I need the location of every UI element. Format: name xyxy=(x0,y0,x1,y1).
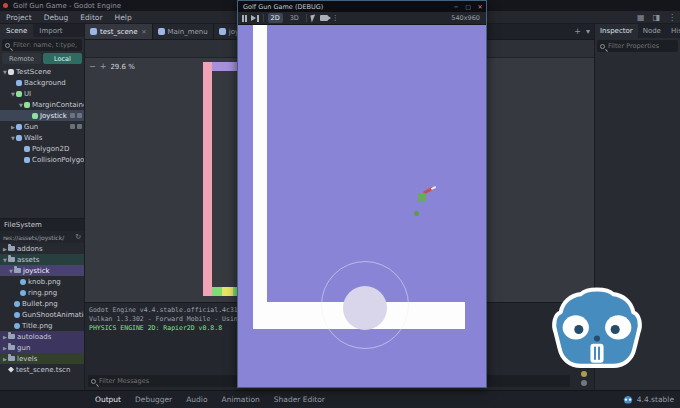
tab-import[interactable]: Import xyxy=(33,24,68,37)
more-options-icon[interactable]: ⋮ xyxy=(664,13,680,22)
rescan-filesystem-icon[interactable]: ↻ xyxy=(75,233,81,241)
record-indicator-icon xyxy=(3,3,8,8)
layout-grid-icon[interactable]: ▦ xyxy=(633,13,649,22)
game-menu-icon[interactable]: ⋮ xyxy=(332,14,339,22)
script-icon[interactable] xyxy=(70,124,75,129)
tab-test-scene[interactable]: test_scene ✕ xyxy=(85,24,153,39)
mode-3d-button[interactable]: 3D xyxy=(287,13,302,23)
game-window-titlebar[interactable]: Golf Gun Game (DEBUG) ─ ▢ ✕ xyxy=(238,1,486,12)
fs-item-levels[interactable]: ▶ levels xyxy=(0,353,84,364)
bottom-tab-animation[interactable]: Animation xyxy=(215,395,267,404)
script-icon[interactable] xyxy=(70,113,75,118)
image-file-icon xyxy=(20,290,26,296)
search-icon xyxy=(91,379,96,384)
scene-tree: ▼ TestScene Background ▼ UI ▼ MarginCont… xyxy=(0,66,84,165)
game-window[interactable]: Golf Gun Game (DEBUG) ─ ▢ ✕ 2D 3D ⋮ 540x… xyxy=(237,0,487,388)
select-mode-icon[interactable] xyxy=(310,14,316,22)
next-frame-icon[interactable] xyxy=(251,15,259,22)
remote-button[interactable]: Remote xyxy=(2,53,41,64)
zoom-out-button[interactable]: − xyxy=(89,62,96,71)
image-file-icon xyxy=(14,323,20,329)
fs-item-ring-png[interactable]: ring.png xyxy=(0,287,84,298)
bottom-tab-shader-editor[interactable]: Shader Editor xyxy=(267,395,332,404)
visibility-eye-icon[interactable] xyxy=(77,113,82,118)
tree-node-gun[interactable]: ▶ Gun xyxy=(0,121,84,132)
image-file-icon xyxy=(20,279,26,285)
tab-scene[interactable]: Scene xyxy=(0,24,33,37)
tab-inspector[interactable]: Inspector xyxy=(595,24,638,38)
tree-node-polygon2d[interactable]: Polygon2D xyxy=(0,143,84,154)
add-scene-tab-icon[interactable]: + xyxy=(574,27,581,36)
editor-wall-pink xyxy=(203,62,212,296)
visibility-eye-icon[interactable] xyxy=(77,124,82,129)
tree-node-margincontainer[interactable]: ▼ MarginContainer xyxy=(0,99,84,110)
image-file-icon xyxy=(14,312,20,318)
folder-icon xyxy=(8,257,15,262)
mode-2d-button[interactable]: 2D xyxy=(268,13,283,23)
filesystem-dock-tab[interactable]: FileSystem xyxy=(0,219,84,231)
filesystem-tree: ▶ addons ▼ assets ▼ joystick knob.png ri… xyxy=(0,243,84,375)
godot-logo xyxy=(546,282,648,378)
folder-icon xyxy=(14,268,21,273)
scene-icon xyxy=(158,28,165,35)
tree-node-testscene[interactable]: ▼ TestScene xyxy=(0,66,84,77)
inspector-tabs: Inspector Node History xyxy=(595,24,680,38)
expand-tab-strip-icon[interactable]: ▾ xyxy=(586,27,590,36)
split-view-icon[interactable]: ◨ xyxy=(648,13,664,22)
tab-history[interactable]: History xyxy=(666,24,680,38)
fs-item-autoloads[interactable]: ▶ autoloads xyxy=(0,331,84,342)
scene-file-icon xyxy=(8,367,14,373)
scene-icon xyxy=(90,28,97,35)
tree-node-background[interactable]: Background xyxy=(0,77,84,88)
tree-node-ui[interactable]: ▼ UI xyxy=(0,88,84,99)
game-wall-vertical xyxy=(253,25,267,329)
fs-item-knob-png[interactable]: knob.png xyxy=(0,276,84,287)
notification-bell-icon[interactable] xyxy=(581,380,587,386)
ball-sprite xyxy=(414,211,419,216)
folder-icon xyxy=(8,246,15,251)
camera-override-icon[interactable] xyxy=(320,15,328,21)
game-view[interactable] xyxy=(238,25,486,387)
close-window-icon[interactable]: ✕ xyxy=(474,3,486,10)
bottom-tab-debugger[interactable]: Debugger xyxy=(128,395,179,404)
scene-dock: Scene Import Remote Local ▼ TestScene Ba… xyxy=(0,24,85,218)
local-button[interactable]: Local xyxy=(43,53,82,64)
fs-item-joystick[interactable]: ▼ joystick xyxy=(0,265,84,276)
menu-help[interactable]: Help xyxy=(109,13,138,22)
bottom-tab-output[interactable]: Output xyxy=(88,395,128,404)
tab-node[interactable]: Node xyxy=(638,24,666,38)
zoom-level[interactable]: 29.6 % xyxy=(110,63,134,71)
search-icon xyxy=(600,44,605,49)
tree-node-joystick[interactable]: Joystick xyxy=(0,110,84,121)
tree-node-collisionpolygon2d[interactable]: CollisionPolygon2D xyxy=(0,154,84,165)
tab-main-menu[interactable]: Main_menu xyxy=(153,24,214,39)
fs-item-gun[interactable]: ▶ gun xyxy=(0,342,84,353)
fs-item-addons[interactable]: ▶ addons xyxy=(0,243,84,254)
fs-item-gunshootanimation-png[interactable]: GunShootAnimation.png xyxy=(0,309,84,320)
fs-item-test-scene-tscn[interactable]: test_scene.tscn xyxy=(0,364,84,375)
fs-item-assets[interactable]: ▼ assets xyxy=(0,254,84,265)
maximize-window-icon[interactable]: ▢ xyxy=(462,3,474,10)
scene-filter-input[interactable] xyxy=(10,41,79,49)
minimize-window-icon[interactable]: ─ xyxy=(450,3,462,10)
filesystem-path-bar: res://assets/joystick/ ↻ xyxy=(0,231,84,243)
folder-icon xyxy=(8,356,15,361)
fs-item-title-png[interactable]: Title.png xyxy=(0,320,84,331)
version-label[interactable]: 4.4.stable xyxy=(637,395,674,404)
menu-editor[interactable]: Editor xyxy=(74,13,108,22)
node-icon xyxy=(8,69,14,75)
close-tab-icon[interactable]: ✕ xyxy=(142,28,147,35)
scene-icon xyxy=(219,28,226,35)
tree-node-walls[interactable]: ▼ Walls xyxy=(0,132,84,143)
fs-item-bullet-png[interactable]: Bullet.png xyxy=(0,298,84,309)
status-bar: Output Debugger Audio Animation Shader E… xyxy=(0,390,680,408)
inspector-filter xyxy=(597,40,678,52)
menu-project[interactable]: Project xyxy=(0,13,38,22)
menu-debug[interactable]: Debug xyxy=(38,13,75,22)
bottom-tab-audio[interactable]: Audio xyxy=(179,395,214,404)
virtual-joystick-knob[interactable] xyxy=(343,286,387,330)
node-icon xyxy=(32,113,38,119)
zoom-in-button[interactable]: + xyxy=(100,62,107,71)
inspector-filter-input[interactable] xyxy=(605,42,675,50)
suspend-game-icon[interactable] xyxy=(242,15,247,22)
